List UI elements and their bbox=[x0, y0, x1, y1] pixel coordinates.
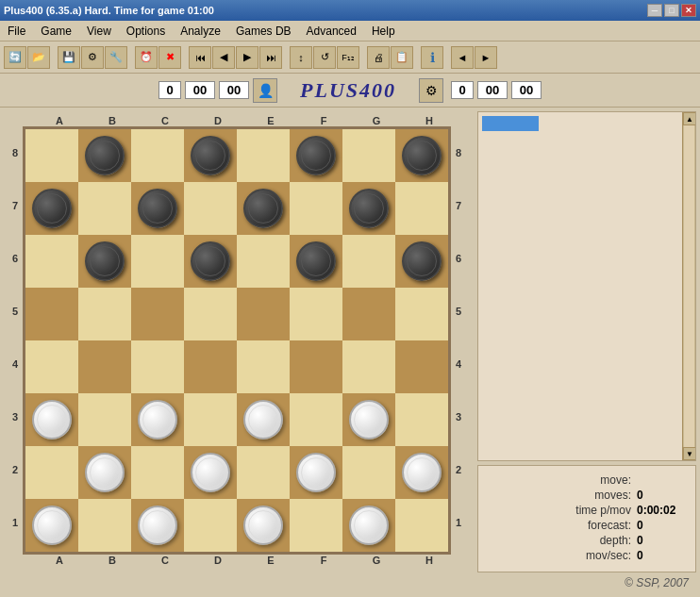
cell-b1[interactable] bbox=[78, 499, 131, 552]
cell-g3[interactable] bbox=[342, 393, 395, 446]
cell-c3[interactable] bbox=[131, 393, 184, 446]
toolbar-nav-back[interactable]: ◄ bbox=[451, 46, 474, 69]
cell-d2[interactable] bbox=[184, 446, 237, 499]
cell-e5[interactable] bbox=[237, 288, 290, 340]
cell-e3[interactable] bbox=[237, 393, 290, 446]
scroll-down-button[interactable]: ▼ bbox=[683, 447, 696, 460]
cell-a3[interactable] bbox=[25, 393, 78, 446]
menu-file[interactable]: File bbox=[0, 23, 33, 40]
cell-e2[interactable] bbox=[237, 446, 290, 499]
cell-a7[interactable] bbox=[25, 182, 78, 235]
cell-f7[interactable] bbox=[290, 182, 342, 235]
cell-f2[interactable] bbox=[290, 446, 342, 499]
toolbar-copy[interactable]: 📋 bbox=[391, 46, 413, 69]
minimize-button[interactable]: ─ bbox=[647, 4, 662, 17]
toolbar-next[interactable]: ▶ bbox=[236, 46, 258, 69]
toolbar-prev-start[interactable]: ⏮ bbox=[189, 46, 211, 69]
cell-c5[interactable] bbox=[131, 288, 184, 340]
menu-help[interactable]: Help bbox=[364, 23, 403, 40]
cell-h8[interactable] bbox=[395, 129, 448, 182]
cell-f8[interactable] bbox=[290, 129, 342, 182]
cell-a2[interactable] bbox=[25, 446, 78, 499]
cell-h5[interactable] bbox=[395, 288, 448, 340]
cell-b2[interactable] bbox=[78, 446, 131, 499]
toolbar-clock[interactable]: ⏰ bbox=[135, 46, 158, 69]
menu-advanced[interactable]: Advanced bbox=[299, 23, 364, 40]
cell-f3[interactable] bbox=[290, 393, 342, 446]
toolbar-settings1[interactable]: ⚙ bbox=[81, 46, 104, 69]
menu-game[interactable]: Game bbox=[33, 23, 79, 40]
scroll-up-button[interactable]: ▲ bbox=[683, 112, 696, 125]
cell-c8[interactable] bbox=[131, 129, 184, 182]
cell-b7[interactable] bbox=[78, 182, 131, 235]
menu-analyze[interactable]: Analyze bbox=[173, 23, 228, 40]
cell-g7[interactable] bbox=[342, 182, 395, 235]
menu-options[interactable]: Options bbox=[119, 23, 173, 40]
toolbar-open[interactable]: 📂 bbox=[27, 46, 50, 69]
cell-d8[interactable] bbox=[184, 129, 237, 182]
cell-c6[interactable] bbox=[131, 235, 184, 288]
menu-view[interactable]: View bbox=[79, 23, 119, 40]
toolbar-print[interactable]: 🖨 bbox=[367, 46, 390, 69]
toolbar-next-end[interactable]: ⏭ bbox=[259, 46, 282, 69]
cell-g6[interactable] bbox=[342, 235, 395, 288]
toolbar-info[interactable]: ℹ bbox=[421, 46, 443, 69]
menu-gamesdb[interactable]: Games DB bbox=[228, 23, 299, 40]
cell-h3[interactable] bbox=[395, 393, 448, 446]
cell-h2[interactable] bbox=[395, 446, 448, 499]
cell-e7[interactable] bbox=[237, 182, 290, 235]
cell-b3[interactable] bbox=[78, 393, 131, 446]
cell-e6[interactable] bbox=[237, 235, 290, 288]
cell-b6[interactable] bbox=[78, 235, 131, 288]
scrollbar[interactable]: ▲ ▼ bbox=[682, 112, 695, 460]
toolbar-flip[interactable]: ↕ bbox=[290, 46, 312, 69]
cell-h4[interactable] bbox=[395, 340, 448, 393]
close-button[interactable]: ✕ bbox=[681, 4, 696, 17]
cell-g5[interactable] bbox=[342, 288, 395, 340]
cell-g1[interactable] bbox=[342, 499, 395, 552]
cell-b8[interactable] bbox=[78, 129, 131, 182]
cell-h1[interactable] bbox=[395, 499, 448, 552]
cell-d5[interactable] bbox=[184, 288, 237, 340]
cell-h7[interactable] bbox=[395, 182, 448, 235]
maximize-button[interactable]: □ bbox=[664, 4, 679, 17]
cell-c1[interactable] bbox=[131, 499, 184, 552]
toolbar-nav-fwd[interactable]: ► bbox=[475, 46, 497, 69]
cell-g8[interactable] bbox=[342, 129, 395, 182]
cell-g2[interactable] bbox=[342, 446, 395, 499]
cell-d6[interactable] bbox=[184, 235, 237, 288]
cell-f4[interactable] bbox=[290, 340, 342, 393]
cell-a5[interactable] bbox=[25, 288, 78, 340]
cell-a4[interactable] bbox=[25, 340, 78, 393]
cell-f6[interactable] bbox=[290, 235, 342, 288]
cell-d1[interactable] bbox=[184, 499, 237, 552]
cell-f1[interactable] bbox=[290, 499, 342, 552]
cell-e1[interactable] bbox=[237, 499, 290, 552]
cell-h6[interactable] bbox=[395, 235, 448, 288]
cell-d3[interactable] bbox=[184, 393, 237, 446]
cell-b5[interactable] bbox=[78, 288, 131, 340]
cell-d7[interactable] bbox=[184, 182, 237, 235]
cell-f5[interactable] bbox=[290, 288, 342, 340]
toolbar-stop[interactable]: ✖ bbox=[158, 46, 181, 69]
toolbar-num[interactable]: F₁₂ bbox=[337, 46, 359, 69]
cell-g4[interactable] bbox=[342, 340, 395, 393]
cell-b4[interactable] bbox=[78, 340, 131, 393]
forecast-label: forecast: bbox=[588, 519, 631, 532]
toolbar-settings2[interactable]: 🔧 bbox=[105, 46, 127, 69]
cell-c4[interactable] bbox=[131, 340, 184, 393]
toolbar-rotate[interactable]: ↺ bbox=[313, 46, 336, 69]
toolbar-prev[interactable]: ◀ bbox=[212, 46, 235, 69]
white-piece bbox=[349, 506, 389, 545]
checkerboard[interactable] bbox=[23, 126, 451, 555]
cell-e4[interactable] bbox=[237, 340, 290, 393]
cell-a1[interactable] bbox=[25, 499, 78, 552]
toolbar-new[interactable]: 🔄 bbox=[4, 46, 26, 69]
cell-a6[interactable] bbox=[25, 235, 78, 288]
cell-c7[interactable] bbox=[131, 182, 184, 235]
toolbar-save[interactable]: 💾 bbox=[58, 46, 80, 69]
cell-d4[interactable] bbox=[184, 340, 237, 393]
cell-e8[interactable] bbox=[237, 129, 290, 182]
cell-c2[interactable] bbox=[131, 446, 184, 499]
cell-a8[interactable] bbox=[25, 129, 78, 182]
